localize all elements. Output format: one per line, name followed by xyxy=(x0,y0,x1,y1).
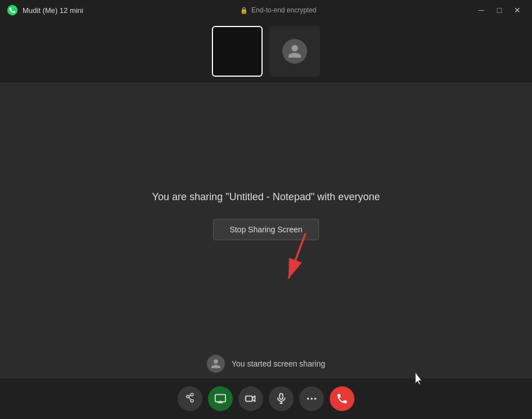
encryption-label: End-to-end encrypted xyxy=(251,6,316,14)
share-icon xyxy=(184,392,196,405)
arrow-annotation xyxy=(277,231,322,287)
svg-point-3 xyxy=(187,395,189,398)
thumbnails-bar xyxy=(0,20,532,82)
title-bar-controls: ─ □ ✕ xyxy=(473,2,525,18)
app-window: Mudit (Me) 12 mini 🔒 End-to-end encrypte… xyxy=(0,0,532,419)
svg-rect-11 xyxy=(280,394,283,399)
mic-button[interactable] xyxy=(269,386,294,411)
end-call-icon xyxy=(336,392,348,405)
notification-bar: You started screen sharing xyxy=(0,349,532,378)
lock-icon: 🔒 xyxy=(240,7,248,14)
other-thumbnail[interactable] xyxy=(269,26,320,77)
whatsapp-icon xyxy=(7,5,18,16)
avatar-icon xyxy=(287,43,303,59)
notification-text: You started screen sharing xyxy=(232,359,325,368)
controls-bar xyxy=(0,378,532,419)
svg-point-16 xyxy=(314,398,317,400)
svg-line-2 xyxy=(289,233,305,279)
title-bar-left: Mudit (Me) 12 mini xyxy=(7,5,83,16)
other-avatar xyxy=(282,39,307,64)
svg-point-4 xyxy=(190,393,193,396)
maximize-button[interactable]: □ xyxy=(491,2,507,18)
title-bar-title: Mudit (Me) 12 mini xyxy=(23,6,83,15)
screen-share-active-button[interactable] xyxy=(208,386,233,411)
notif-avatar-icon xyxy=(210,358,221,369)
more-options-button[interactable] xyxy=(299,386,324,411)
self-thumbnail[interactable] xyxy=(212,26,263,77)
title-bar: Mudit (Me) 12 mini 🔒 End-to-end encrypte… xyxy=(0,0,532,20)
svg-point-5 xyxy=(190,399,193,402)
minimize-button[interactable]: ─ xyxy=(473,2,489,18)
end-call-button[interactable] xyxy=(330,386,354,411)
content-area: You are sharing "Untitled - Notepad" wit… xyxy=(0,82,532,419)
svg-point-14 xyxy=(307,398,309,400)
more-icon xyxy=(305,392,318,405)
notif-avatar xyxy=(207,355,225,373)
svg-line-6 xyxy=(189,395,190,396)
svg-line-7 xyxy=(189,397,190,400)
close-button[interactable]: ✕ xyxy=(509,2,525,18)
share-screen-button[interactable] xyxy=(178,386,202,411)
video-button[interactable] xyxy=(238,386,263,411)
mic-icon xyxy=(275,392,287,405)
video-icon xyxy=(245,392,257,405)
sharing-text: You are sharing "Untitled - Notepad" wit… xyxy=(152,191,380,203)
title-bar-center: 🔒 End-to-end encrypted xyxy=(240,6,316,14)
main-area: You are sharing "Untitled - Notepad" wit… xyxy=(0,82,532,349)
svg-point-15 xyxy=(311,398,313,400)
svg-rect-10 xyxy=(246,396,252,401)
screen-share-icon xyxy=(214,392,227,405)
svg-point-0 xyxy=(7,5,17,15)
